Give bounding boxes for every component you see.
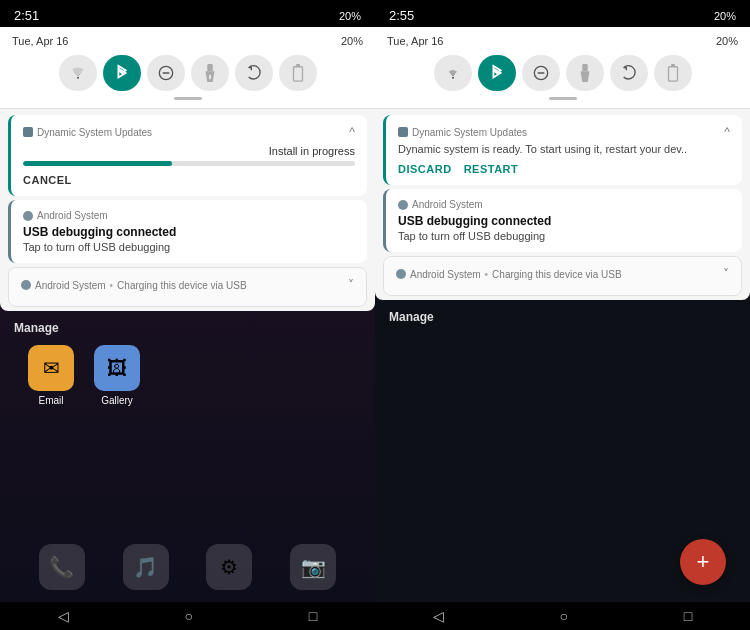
gallery-icon: 🖼 (94, 345, 140, 391)
right-qs-icons (387, 55, 738, 91)
flashlight-toggle[interactable] (191, 55, 229, 91)
fab-icon: + (697, 549, 710, 575)
usb-body: Tap to turn off USB debugging (23, 241, 355, 253)
svg-rect-3 (207, 64, 212, 71)
right-notification-panel: Tue, Apr 16 20% (375, 27, 750, 300)
cancel-button[interactable]: CANCEL (23, 174, 355, 186)
svg-rect-16 (668, 67, 677, 81)
right-qs-date-row: Tue, Apr 16 20% (387, 35, 738, 47)
dsu-expand-right[interactable]: ^ (724, 125, 730, 139)
dnd-toggle[interactable] (147, 55, 185, 91)
left-status-bar: 2:51 20% (0, 0, 375, 27)
charging-app-name-right: Android System • Charging this device vi… (396, 269, 622, 280)
camera-dock-icon[interactable]: 📷 (290, 544, 336, 590)
usb-app-name: Android System (23, 210, 108, 221)
left-battery-qs: 20% (341, 35, 363, 47)
charging-notification-right: Android System • Charging this device vi… (383, 256, 742, 296)
left-qs-date-row: Tue, Apr 16 20% (12, 35, 363, 47)
svg-rect-8 (23, 127, 33, 137)
right-manage-title: Manage (389, 310, 736, 324)
right-bluetooth-toggle[interactable] (478, 55, 516, 91)
right-battery-saver-toggle[interactable] (654, 55, 692, 91)
home-button-left[interactable]: ○ (185, 608, 193, 624)
dsu-notification-right: Dynamic System Updates ^ Dynamic system … (383, 115, 742, 185)
svg-point-0 (77, 77, 79, 79)
fab-button[interactable]: + (680, 539, 726, 585)
svg-rect-14 (582, 64, 587, 71)
svg-rect-6 (293, 67, 302, 81)
svg-rect-18 (398, 127, 408, 137)
dsu-header-right: Dynamic System Updates ^ (398, 125, 730, 139)
svg-point-11 (452, 77, 454, 79)
usb-body-right: Tap to turn off USB debugging (398, 230, 730, 242)
right-manage-section: Manage (375, 300, 750, 342)
restart-button[interactable]: RESTART (464, 163, 519, 175)
recents-button-left[interactable]: □ (309, 608, 317, 624)
charging-notification-left: Android System • Charging this device vi… (8, 267, 367, 307)
phone-dock-icon[interactable]: 📞 (39, 544, 85, 590)
left-quick-settings: Tue, Apr 16 20% (0, 27, 375, 109)
battery-saver-toggle[interactable] (279, 55, 317, 91)
bluetooth-toggle[interactable] (103, 55, 141, 91)
svg-point-10 (21, 280, 31, 290)
usb-header: Android System (23, 210, 355, 221)
email-app[interactable]: ✉ Email (28, 345, 74, 406)
usb-title-right: USB debugging connected (398, 214, 730, 228)
left-dock: 📞 🎵 ⚙ 📷 (0, 534, 375, 600)
right-drag-handle (387, 97, 738, 100)
gallery-label: Gallery (101, 395, 133, 406)
home-button-right[interactable]: ○ (560, 608, 568, 624)
right-status-bar: 2:55 20% (375, 0, 750, 27)
progress-bar-fill (23, 161, 172, 166)
left-nav-bar: ◁ ○ □ (0, 602, 375, 630)
right-time: 2:55 (389, 8, 414, 23)
left-app-grid: ✉ Email 🖼 Gallery (14, 345, 361, 406)
charging-header-right: Android System • Charging this device vi… (396, 267, 729, 281)
left-date: Tue, Apr 16 (12, 35, 68, 47)
right-dnd-toggle[interactable] (522, 55, 560, 91)
dsu-expand-icon[interactable]: ^ (349, 125, 355, 139)
rotate-toggle[interactable] (235, 55, 273, 91)
back-button-left[interactable]: ◁ (58, 608, 69, 624)
right-battery-qs: 20% (716, 35, 738, 47)
dsu-header: Dynamic System Updates ^ (23, 125, 355, 139)
right-screen: 2:55 20% Tue, Apr 16 20% (375, 0, 750, 630)
right-flashlight-toggle[interactable] (566, 55, 604, 91)
right-battery: 20% (714, 10, 736, 22)
left-drag-handle (12, 97, 363, 100)
charging-app-name: Android System • Charging this device vi… (21, 280, 247, 291)
svg-point-20 (396, 269, 406, 279)
left-screen: 2:51 20% Tue, Apr 16 20% (0, 0, 375, 630)
usb-notification-right: Android System USB debugging connected T… (383, 189, 742, 252)
discard-button[interactable]: DISCARD (398, 163, 452, 175)
left-manage-title: Manage (14, 321, 361, 335)
dsu-app-name-right: Dynamic System Updates (398, 127, 527, 138)
right-wifi-toggle[interactable] (434, 55, 472, 91)
right-nav-bar: ◁ ○ □ (375, 602, 750, 630)
usb-notification-left: Android System USB debugging connected T… (8, 200, 367, 263)
dsu-ready-body: Dynamic system is ready. To start using … (398, 143, 730, 155)
svg-point-9 (23, 211, 33, 221)
email-icon: ✉ (28, 345, 74, 391)
svg-marker-15 (580, 71, 589, 82)
right-quick-settings: Tue, Apr 16 20% (375, 27, 750, 109)
left-qs-icons (12, 55, 363, 91)
settings-dock-icon[interactable]: ⚙ (206, 544, 252, 590)
charging-expand-left[interactable]: ˅ (348, 278, 354, 292)
back-button-right[interactable]: ◁ (433, 608, 444, 624)
email-label: Email (38, 395, 63, 406)
recents-button-right[interactable]: □ (684, 608, 692, 624)
music-dock-icon[interactable]: 🎵 (123, 544, 169, 590)
left-battery: 20% (339, 10, 361, 22)
left-manage-section: Manage ✉ Email 🖼 Gallery (0, 311, 375, 428)
usb-app-name-right: Android System (398, 199, 483, 210)
left-notification-panel: Tue, Apr 16 20% (0, 27, 375, 311)
wifi-toggle[interactable] (59, 55, 97, 91)
gallery-app[interactable]: 🖼 Gallery (94, 345, 140, 406)
progress-bar-bg (23, 161, 355, 166)
left-time: 2:51 (14, 8, 39, 23)
svg-rect-7 (296, 64, 300, 67)
charging-expand-right[interactable]: ˅ (723, 267, 729, 281)
right-rotate-toggle[interactable] (610, 55, 648, 91)
install-progress-label: Install in progress (23, 145, 355, 157)
